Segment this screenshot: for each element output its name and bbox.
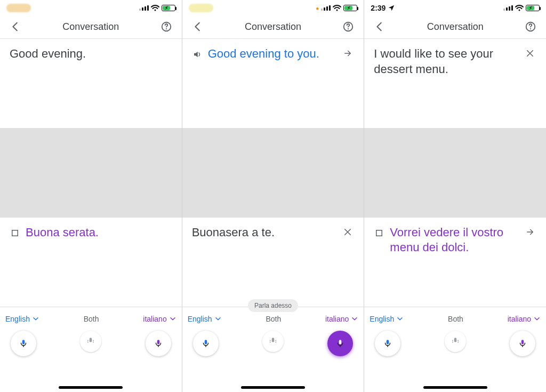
target-language-select[interactable]: italiano: [143, 315, 176, 323]
screen-2: ● ⚡︎ Conversation Good evening to you.: [182, 0, 365, 392]
battery-icon: ⚡︎: [526, 5, 540, 11]
clear-button[interactable]: [341, 225, 354, 237]
footer: English Both italiano: [364, 307, 546, 392]
mic-target-button[interactable]: [146, 331, 171, 356]
target-language-select[interactable]: italiano: [508, 315, 541, 323]
help-button[interactable]: [523, 19, 539, 35]
source-language-select[interactable]: English: [188, 315, 222, 323]
stop-icon[interactable]: [374, 225, 384, 238]
source-language-select[interactable]: English: [370, 315, 404, 323]
signal-icon: [139, 5, 149, 11]
help-button[interactable]: [340, 19, 356, 35]
mic-row: [0, 323, 182, 356]
pane-divider: [364, 128, 546, 217]
wifi-icon: [151, 4, 159, 12]
target-pane[interactable]: Vorrei vedere il vostro menu dei dolci.: [364, 218, 546, 307]
translation-text: Buonasera a te.: [192, 225, 336, 241]
help-button[interactable]: [158, 19, 174, 35]
battery-icon: ⚡︎: [343, 5, 357, 11]
mic-auto-button[interactable]: [80, 331, 101, 352]
wifi-icon: [333, 4, 341, 12]
mic-source-button[interactable]: [11, 331, 36, 356]
status-bar: 2:39 ⚡︎: [364, 0, 546, 16]
header: Conversation: [0, 16, 182, 37]
page-title: Conversation: [206, 21, 341, 33]
target-pane[interactable]: Buonasera a te.: [182, 218, 364, 307]
source-text: I would like to see your dessert menu.: [374, 46, 518, 77]
status-time: 2:39: [371, 4, 386, 12]
mic-target-button[interactable]: [510, 331, 535, 356]
target-pane[interactable]: Buona serata.: [0, 218, 182, 307]
carrier-blur: [6, 4, 31, 12]
content: I would like to see your dessert menu. V…: [364, 39, 546, 307]
both-language-button[interactable]: Both: [266, 315, 281, 323]
mic-target-button-active[interactable]: [327, 331, 353, 356]
battery-icon: ⚡︎: [162, 5, 175, 11]
both-language-button[interactable]: Both: [448, 315, 463, 323]
status-bar: ⚡︎: [0, 0, 182, 16]
mic-row: [364, 323, 546, 356]
back-button[interactable]: [372, 19, 388, 35]
mic-auto-button[interactable]: [445, 331, 466, 352]
pane-divider: [0, 128, 182, 217]
footer: English Both italiano: [0, 307, 182, 392]
language-row: English Both italiano: [0, 307, 182, 323]
speaker-icon[interactable]: [192, 46, 203, 59]
mic-source-button[interactable]: [193, 331, 219, 356]
translation-text: Buona serata.: [26, 225, 172, 241]
clear-button[interactable]: [524, 46, 536, 58]
home-indicator: [241, 386, 305, 389]
send-arrow-icon[interactable]: [524, 225, 536, 237]
carrier-blur: [189, 4, 213, 12]
source-text: Good evening to you.: [208, 46, 336, 62]
page-title: Conversation: [388, 21, 523, 33]
content: Good evening to you. Buonasera a te.: [182, 39, 364, 307]
signal-icon: [503, 5, 513, 11]
target-language-select[interactable]: italiano: [325, 315, 358, 323]
language-row: English Both italiano: [364, 307, 546, 323]
home-indicator: [59, 386, 123, 389]
screen-3: 2:39 ⚡︎ Conversation I would like to see…: [364, 0, 546, 392]
mic-row: [182, 323, 364, 356]
source-pane[interactable]: Good evening.: [0, 39, 182, 128]
back-button[interactable]: [7, 19, 23, 35]
header: Conversation: [364, 16, 546, 37]
source-pane[interactable]: I would like to see your dessert menu.: [364, 39, 546, 128]
mic-source-button[interactable]: [375, 331, 400, 356]
mic-auto-button[interactable]: [262, 331, 284, 352]
source-pane[interactable]: Good evening to you.: [182, 39, 364, 128]
both-language-button[interactable]: Both: [84, 315, 99, 323]
screens-container: ⚡︎ Conversation Good evening. Buona sera…: [0, 0, 546, 392]
speak-now-chip: Parla adesso: [248, 299, 298, 312]
home-indicator: [423, 386, 487, 389]
send-arrow-icon[interactable]: [341, 46, 354, 58]
header: Conversation: [182, 16, 364, 37]
status-bar: ● ⚡︎: [182, 0, 364, 16]
signal-icon: [321, 5, 331, 11]
content: Good evening. Buona serata.: [0, 39, 182, 307]
wifi-icon: [515, 4, 524, 12]
stop-icon[interactable]: [10, 225, 20, 238]
back-button[interactable]: [190, 19, 206, 35]
footer: Parla adesso English Both italiano: [182, 307, 364, 392]
source-language-select[interactable]: English: [5, 315, 39, 323]
page-title: Conversation: [23, 21, 158, 33]
source-text: Good evening.: [10, 46, 172, 62]
pane-divider: [182, 128, 364, 217]
location-icon: [388, 4, 395, 12]
translation-text: Vorrei vedere il vostro menu dei dolci.: [390, 225, 518, 255]
screen-1: ⚡︎ Conversation Good evening. Buona sera…: [0, 0, 182, 392]
